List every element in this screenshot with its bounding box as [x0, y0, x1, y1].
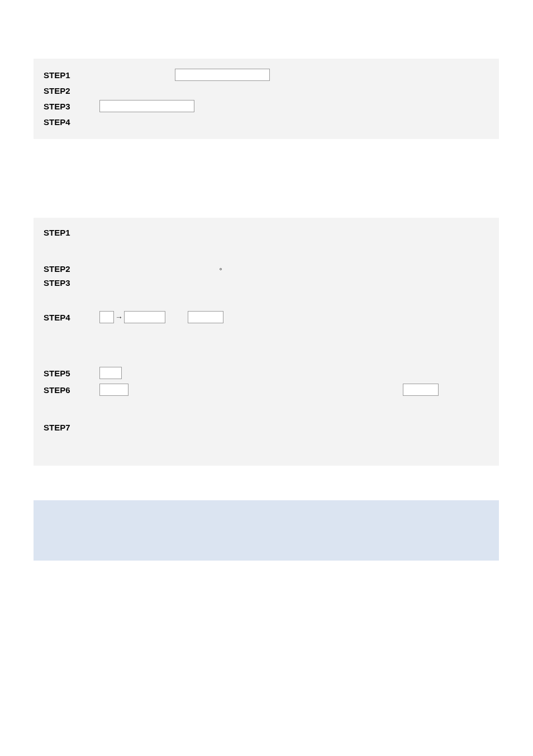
input-field[interactable]: [175, 69, 270, 81]
step-row: STEP4: [44, 116, 489, 128]
step-label: STEP1: [44, 70, 99, 80]
input-field[interactable]: [99, 367, 122, 379]
input-field[interactable]: [403, 384, 439, 396]
instructions-block-1: STEP1 STEP2 STEP3 STEP4: [34, 59, 499, 139]
input-field[interactable]: [99, 311, 114, 323]
step-label: STEP5: [44, 369, 99, 378]
bullet-marker: [220, 268, 222, 270]
step-row: STEP1: [44, 69, 489, 81]
step-row: STEP4 →: [44, 311, 489, 323]
step-label: STEP1: [44, 228, 99, 237]
step-label: STEP3: [44, 102, 99, 111]
step-row: STEP2: [44, 264, 489, 274]
step-label: STEP3: [44, 278, 99, 288]
step-row: STEP2: [44, 84, 489, 97]
input-field[interactable]: [99, 100, 194, 112]
step-row: STEP7: [44, 423, 489, 432]
step-row: STEP3: [44, 278, 489, 288]
input-field[interactable]: [188, 311, 223, 323]
document-page: STEP1 STEP2 STEP3 STEP4 STEP1 STEP2 STEP…: [0, 0, 533, 756]
instructions-block-2: STEP1 STEP2 STEP3 STEP4 → STEP5 STEP6: [34, 218, 499, 466]
step-label: STEP2: [44, 264, 99, 274]
step-label: STEP7: [44, 423, 99, 432]
step-label: STEP4: [44, 117, 99, 127]
footer-note-block: [34, 500, 499, 561]
step-label: STEP6: [44, 385, 99, 395]
arrow-right-icon: →: [114, 313, 124, 322]
input-field[interactable]: [99, 384, 129, 396]
step-row: STEP5: [44, 367, 489, 379]
step-row: STEP6: [44, 384, 489, 396]
step-row: STEP1: [44, 228, 489, 237]
step-label: STEP2: [44, 86, 99, 95]
step-row: STEP3: [44, 100, 489, 112]
step-label: STEP4: [44, 313, 99, 322]
input-field[interactable]: [124, 311, 165, 323]
